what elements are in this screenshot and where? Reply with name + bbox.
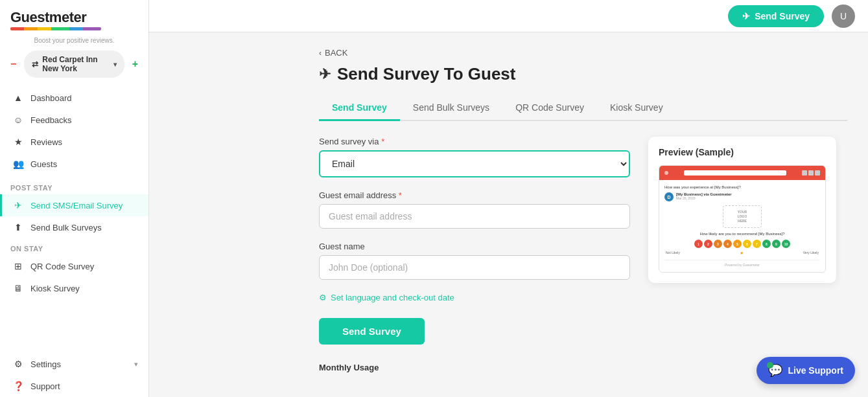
sidebar-item-label: Kiosk Survey (30, 284, 80, 293)
sidebar-item-guests[interactable]: 👥 Guests (0, 153, 148, 175)
sidebar-item-qr-code[interactable]: ⊞ QR Code Survey (0, 255, 148, 277)
user-avatar-button[interactable]: U (832, 5, 855, 28)
page-title-text: Send Survey To Guest (337, 64, 515, 84)
live-support-button[interactable]: 💬 Live Support (757, 357, 855, 384)
sidebar-item-send-sms-email[interactable]: ✈ Send SMS/Email Survey (0, 194, 148, 216)
sidebar-item-label: Support (30, 381, 60, 391)
required-indicator: * (381, 137, 384, 146)
chevron-down-icon: ▾ (113, 61, 117, 68)
send-survey-top-button[interactable]: ✈ Send Survey (728, 5, 824, 27)
survey-question: How likely are you to recommend [My Busi… (664, 232, 820, 236)
browser-dot (664, 171, 668, 175)
tab-send-bulk-surveys[interactable]: Send Bulk Surveys (400, 96, 502, 121)
main-content: ‹ BACK ✈ Send Survey To Guest Send Surve… (298, 32, 868, 397)
tab-label: Send Bulk Surveys (413, 102, 489, 113)
main-nav: ▲ Dashboard ☺ Feedbacks ★ Reviews 👥 Gues… (0, 84, 148, 177)
email-input[interactable] (319, 204, 630, 229)
settings-chevron-icon: ▾ (134, 360, 138, 369)
venue-selector[interactable]: ⇄ Red Carpet Inn New York ▾ (24, 51, 124, 78)
tagline: Boost your positive reviews. (0, 37, 148, 44)
logo-line2: LOGO (727, 214, 757, 219)
settings-icon: ⚙ (12, 359, 24, 369)
required-indicator: * (399, 190, 402, 200)
back-chevron-icon: ‹ (319, 49, 322, 58)
sidebar-item-label: Feedbacks (30, 115, 72, 125)
send-survey-top-label: Send Survey (755, 11, 810, 21)
back-label: BACK (325, 48, 347, 58)
scale-btn-2: 2 (704, 240, 712, 248)
email-subject: How was your experience at [My Business]… (664, 185, 820, 189)
sidebar-item-support[interactable]: ❓ Support (0, 375, 148, 397)
tab-label: Send Survey (332, 102, 387, 113)
send-via-group: Send survey via * Email SMS (319, 137, 630, 177)
sidebar-item-label: Send Bulk Surveys (30, 223, 102, 233)
sender-avatar: D (664, 192, 674, 201)
paper-plane-icon: ✈ (742, 11, 750, 21)
email-preview: How was your experience at [My Business]… (659, 165, 826, 273)
tab-send-survey[interactable]: Send Survey (319, 96, 400, 121)
scale-label-right: Very Likely (803, 251, 819, 256)
send-via-label: Send survey via * (319, 137, 630, 146)
sidebar-item-send-bulk[interactable]: ⬆ Send Bulk Surveys (0, 216, 148, 238)
sidebar-item-settings[interactable]: ⚙ Settings ▾ (0, 353, 148, 375)
logo-text: Guestmeter (10, 9, 138, 26)
browser-btn (815, 170, 820, 176)
dashboard-icon: ▲ (12, 93, 24, 103)
live-support-label: Live Support (788, 365, 843, 376)
sidebar-item-feedbacks[interactable]: ☺ Feedbacks (0, 109, 148, 131)
scale-btn-5: 5 (733, 240, 742, 248)
qr-icon: ⊞ (12, 261, 24, 271)
set-language-link[interactable]: ⚙ Set language and check-out date (319, 293, 630, 302)
gear-icon: ⚙ (319, 293, 327, 302)
name-input[interactable] (319, 255, 630, 280)
tabs: Send Survey Send Bulk Surveys QR Code Su… (319, 96, 847, 121)
scale-labels: Not Likely ★ Very Likely (664, 251, 820, 256)
scale-btn-6: 6 (743, 240, 751, 248)
name-label: Guest name (319, 242, 630, 251)
logo-placeholder: YOUR LOGO HERE (723, 205, 762, 228)
email-label: Guest email address * (319, 190, 630, 200)
email-row: D [My Business] via Guestmeter Mar 20, 2… (664, 192, 820, 201)
logo-bar (10, 27, 101, 30)
scale-btn-7: 7 (753, 240, 761, 248)
send-via-select[interactable]: Email SMS (319, 150, 630, 177)
on-stay-section-label: On Stay (0, 238, 148, 255)
scale-btn-1: 1 (694, 240, 703, 248)
sidebar-item-label: Settings (30, 359, 61, 369)
email-body: How was your experience at [My Business]… (659, 180, 825, 272)
back-link[interactable]: ‹ BACK (319, 48, 847, 58)
sidebar-item-label: Reviews (30, 137, 62, 147)
star-icon: ★ (740, 251, 744, 256)
sidebar-item-dashboard[interactable]: ▲ Dashboard (0, 87, 148, 109)
sidebar: Guestmeter Boost your positive reviews. … (0, 0, 149, 397)
scale-btn-10: 10 (782, 240, 790, 248)
scale-btn-8: 8 (762, 240, 771, 248)
scale-btn-4: 4 (723, 240, 732, 248)
minus-icon[interactable]: − (10, 58, 16, 70)
preview-title: Preview (Sample) (659, 147, 826, 157)
tab-kiosk-survey[interactable]: Kiosk Survey (597, 96, 676, 121)
chat-icon-wrap: 💬 (768, 363, 782, 378)
send-survey-button[interactable]: Send Survey (319, 318, 425, 345)
send-survey-btn-label: Send Survey (342, 326, 401, 337)
sidebar-item-label: Dashboard (30, 93, 72, 103)
logo-line3: HERE (727, 219, 757, 223)
avatar-initial: U (840, 11, 847, 21)
tab-qr-code-survey[interactable]: QR Code Survey (502, 96, 597, 121)
preview-panel: Preview (Sample) How was your experience… (648, 137, 836, 283)
browser-btn (802, 170, 807, 176)
tab-label: Kiosk Survey (610, 102, 663, 113)
sidebar-item-label: Send SMS/Email Survey (30, 201, 123, 210)
sidebar-item-reviews[interactable]: ★ Reviews (0, 131, 148, 153)
logo-line1: YOUR (727, 210, 757, 214)
scale-btn-9: 9 (772, 240, 780, 248)
tab-label: QR Code Survey (515, 102, 584, 113)
browser-buttons (802, 170, 820, 176)
plus-icon[interactable]: + (132, 58, 138, 70)
sidebar-item-label: Guests (30, 159, 57, 169)
post-stay-section-label: Post Stay (0, 177, 148, 194)
sidebar-item-kiosk[interactable]: 🖥 Kiosk Survey (0, 277, 148, 299)
sidebar-item-label: QR Code Survey (30, 262, 94, 271)
venue-icon: ⇄ (32, 60, 38, 69)
search-bar (684, 170, 786, 176)
